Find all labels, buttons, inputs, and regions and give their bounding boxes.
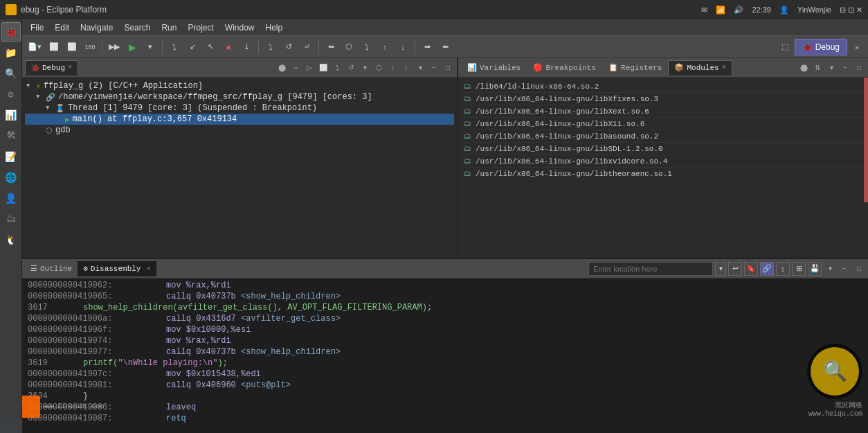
right-scrollbar[interactable] bbox=[864, 78, 868, 202]
toolbar-maximize[interactable]: ⬚ bbox=[777, 39, 793, 55]
side-icon-linux[interactable]: 🐧 bbox=[1, 230, 21, 249]
toolbar-btn13[interactable]: ⬅ bbox=[437, 39, 453, 55]
module-item-2[interactable]: 🗂 /usr/lib/x86_64-linux-gnu/libXext.so.6 bbox=[461, 105, 865, 118]
debug-toolbar-btn6[interactable]: ↺ bbox=[345, 62, 357, 74]
debug-toolbar-btn7[interactable]: ▾ bbox=[359, 62, 371, 74]
debug-collapse-btn[interactable]: ▾ bbox=[414, 62, 426, 74]
side-icon-web[interactable]: 🌐 bbox=[1, 168, 21, 187]
toolbar-btn5[interactable]: ↺ bbox=[280, 39, 297, 55]
side-icon-search[interactable]: 🔍 bbox=[1, 64, 21, 83]
tree-item-thread[interactable]: ▼ 🧵 Thread [1] 9479 [core: 3] (Suspended… bbox=[25, 103, 454, 114]
tab-breakpoints[interactable]: 🔴 Breakpoints bbox=[527, 60, 602, 76]
toolbar-btn2[interactable]: ⬜ bbox=[64, 39, 80, 55]
debug-perspective-button[interactable]: 🐞 Debug bbox=[795, 39, 847, 55]
disasm-save-btn[interactable]: 💾 bbox=[808, 262, 822, 276]
module-item-1[interactable]: 🗂 /usr/lib/x86_64-linux-gnu/libXfixes.so… bbox=[461, 93, 865, 105]
right-maximize-btn[interactable]: □ bbox=[853, 62, 865, 74]
toolbar-arrow-right[interactable]: » bbox=[849, 39, 865, 55]
debug-tab-close[interactable]: × bbox=[68, 64, 72, 71]
debug-toolbar-btn10[interactable]: ↓ bbox=[400, 62, 413, 74]
menu-run[interactable]: Run bbox=[156, 21, 182, 34]
module-item-6[interactable]: 🗂 /usr/lib/x86_64-linux-gnu/libxvidcore.… bbox=[461, 155, 865, 168]
disasm-line-8[interactable]: 000000000041907c: mov $0x1015438,%edi bbox=[22, 369, 868, 380]
tab-registers[interactable]: 📋 Registers bbox=[602, 60, 668, 76]
modules-tab-close[interactable]: × bbox=[722, 64, 726, 71]
disasm-line-1[interactable]: 0000000000419065: callq 0x40737b <show_h… bbox=[22, 291, 868, 302]
toolbar-stop[interactable]: ■ bbox=[220, 39, 237, 55]
debug-toolbar-btn8[interactable]: ⬡ bbox=[372, 62, 385, 74]
toolbar-disconnect[interactable]: ⤓ bbox=[238, 39, 255, 55]
menu-edit[interactable]: Edit bbox=[49, 21, 75, 34]
module-item-3[interactable]: 🗂 /usr/lib/x86_64-linux-gnu/libX11.so.6 bbox=[461, 118, 865, 130]
toolbar-btn1[interactable]: ⬜ bbox=[46, 39, 62, 55]
disasm-layout-btn[interactable]: ⊞ bbox=[792, 262, 806, 276]
menu-project[interactable]: Project bbox=[182, 21, 219, 34]
toolbar-stepin[interactable]: ↙ bbox=[184, 39, 201, 55]
disasm-line-3[interactable]: 000000000041906a: callq 0x4316d7 <avfilt… bbox=[22, 313, 868, 324]
toolbar-btn10[interactable]: ↑ bbox=[377, 39, 393, 55]
tab-disassembly[interactable]: ⚙ Disassembly × bbox=[78, 261, 156, 276]
menu-navigate[interactable]: Navigate bbox=[75, 21, 118, 34]
debug-tab[interactable]: 🐞 Debug × bbox=[25, 60, 78, 76]
disasm-back-btn[interactable]: ↩ bbox=[728, 262, 742, 276]
right-toolbar-btn2[interactable]: ⇅ bbox=[811, 62, 824, 74]
disasm-line-2[interactable]: 3617 show_help_children(avfilter_get_cla… bbox=[22, 302, 868, 313]
tree-item-gdb[interactable]: ⬡ gdb bbox=[25, 125, 454, 136]
debug-toolbar-btn5[interactable]: ⤵ bbox=[331, 62, 343, 74]
toolbar-btn8[interactable]: ⬡ bbox=[341, 39, 357, 55]
module-item-7[interactable]: 🗂 /usr/lib/x86_64-linux-gnu/libtheoraenc… bbox=[461, 168, 865, 180]
toolbar-btn4[interactable]: ⤵ bbox=[262, 39, 279, 55]
disasm-line-6[interactable]: 0000000000419077: callq 0x40737b <show_h… bbox=[22, 346, 868, 357]
toolbar-play[interactable]: ▶ bbox=[124, 39, 141, 55]
toolbar-btn12[interactable]: ➡ bbox=[419, 39, 435, 55]
toolbar-step[interactable]: ⤵ bbox=[166, 39, 183, 55]
toolbar-btn9[interactable]: ⤵ bbox=[359, 39, 375, 55]
disasm-sync-btn[interactable]: ↕ bbox=[776, 262, 790, 276]
side-icon-notes[interactable]: 📝 bbox=[1, 147, 21, 166]
menu-help[interactable]: Help bbox=[260, 21, 289, 34]
debug-minimize-btn[interactable]: − bbox=[428, 62, 440, 74]
debug-toolbar-btn9[interactable]: ↑ bbox=[386, 62, 399, 74]
right-toolbar-btn1[interactable]: ⬤ bbox=[797, 62, 810, 74]
side-icon-debug[interactable]: 🐞 bbox=[1, 22, 21, 42]
tab-outline[interactable]: ☰ Outline bbox=[25, 261, 78, 276]
debug-maximize-btn[interactable]: □ bbox=[442, 62, 454, 74]
module-item-0[interactable]: 🗂 /lib64/ld-linux-x86-64.so.2 bbox=[461, 80, 865, 93]
module-item-4[interactable]: 🗂 /usr/lib/x86_64-linux-gnu/libasound.so… bbox=[461, 130, 865, 143]
toolbar-new[interactable]: 📄▾ bbox=[25, 39, 44, 55]
side-icon-files[interactable]: 🗂 bbox=[1, 209, 21, 229]
window-controls[interactable]: ⊟ ⊡ ✕ bbox=[840, 6, 862, 15]
disasm-line-11[interactable]: 0000000000419086: leaveq bbox=[22, 402, 868, 413]
debug-toolbar-btn3[interactable]: ▷ bbox=[303, 62, 316, 74]
tree-item-workspace[interactable]: ▼ 🔗 /home/yinwenjie/workspace/ffmpeg_src… bbox=[25, 91, 454, 103]
disasm-forward-btn[interactable]: 🔖 bbox=[744, 262, 758, 276]
toolbar-resume[interactable]: ▶▶ bbox=[106, 39, 123, 55]
tab-modules[interactable]: 📦 Modules × bbox=[668, 60, 732, 76]
location-dropdown-btn[interactable]: ▾ bbox=[715, 262, 726, 276]
debug-toolbar-btn2[interactable]: ↔ bbox=[289, 62, 302, 74]
disasm-line-12[interactable]: 0000000000419087: retq bbox=[22, 413, 868, 424]
menu-file[interactable]: File bbox=[25, 21, 49, 34]
disasm-line-0[interactable]: 0000000000419062: mov %rax,%rdi bbox=[22, 280, 868, 291]
debug-toolbar-btn1[interactable]: ⬤ bbox=[275, 62, 288, 74]
debug-toolbar-btn4[interactable]: ⬜ bbox=[317, 62, 329, 74]
disasm-collapse-btn[interactable]: ▾ bbox=[824, 263, 836, 275]
disasm-link-btn[interactable]: 🔗 bbox=[760, 262, 774, 276]
side-icon-project[interactable]: 📁 bbox=[1, 43, 21, 62]
side-icon-user[interactable]: 👤 bbox=[1, 188, 21, 208]
menu-search[interactable]: Search bbox=[118, 21, 156, 34]
disassembly-tab-close[interactable]: × bbox=[146, 265, 151, 273]
right-minimize-btn[interactable]: − bbox=[839, 62, 851, 74]
toolbar-btn6[interactable]: ⤶ bbox=[298, 39, 315, 55]
side-icon-chart[interactable]: 📊 bbox=[1, 105, 21, 125]
disasm-line-10[interactable]: 3634 } bbox=[22, 391, 868, 402]
right-collapse-btn[interactable]: ▾ bbox=[825, 62, 838, 74]
tree-item-main[interactable]: ▶ main() at ffplay.c:3,657 0x419134 bbox=[25, 114, 454, 125]
menu-window[interactable]: Window bbox=[219, 21, 260, 34]
toolbar-btn11[interactable]: ↓ bbox=[395, 39, 411, 55]
toolbar-btn7[interactable]: ⬅ bbox=[323, 39, 339, 55]
disasm-line-9[interactable]: 0000000000419081: callq 0x406960 <puts@p… bbox=[22, 380, 868, 391]
disasm-line-7[interactable]: 3619 printf("\nWhile playing:\n"); bbox=[22, 357, 868, 369]
disasm-maximize-btn[interactable]: □ bbox=[853, 263, 865, 275]
tab-variables[interactable]: 📊 Variables bbox=[461, 60, 527, 76]
